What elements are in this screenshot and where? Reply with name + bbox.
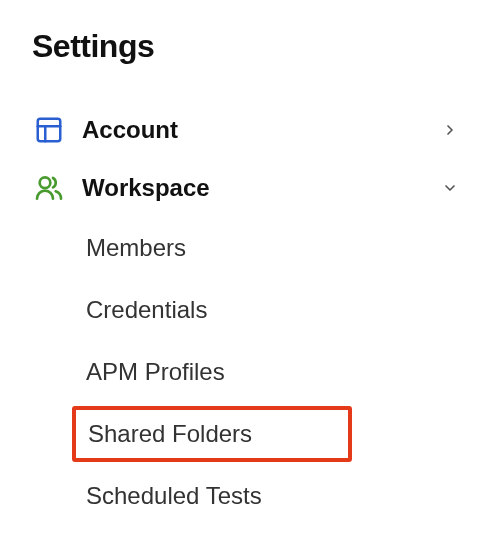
svg-point-3 — [40, 177, 51, 188]
sidebar-item-scheduled-tests[interactable]: Scheduled Tests — [86, 465, 500, 527]
users-icon — [32, 171, 66, 205]
layout-icon — [32, 113, 66, 147]
sidebar-item-label: APM Profiles — [86, 358, 225, 386]
sidebar-item-label: Shared Folders — [88, 420, 252, 447]
svg-rect-0 — [38, 119, 61, 142]
highlight-annotation: Shared Folders — [72, 406, 352, 462]
nav-item-account[interactable]: Account — [32, 101, 500, 159]
page-title: Settings — [32, 28, 500, 65]
chevron-down-icon — [440, 178, 460, 198]
chevron-right-icon — [440, 120, 460, 140]
sidebar-item-label: Members — [86, 234, 186, 262]
nav-item-workspace[interactable]: Workspace — [32, 159, 500, 217]
sidebar-item-shared-folders[interactable]: Shared Folders — [86, 403, 500, 465]
workspace-sublist: Members Credentials APM Profiles Shared … — [32, 217, 500, 527]
sidebar-item-label: Scheduled Tests — [86, 482, 262, 510]
sidebar-item-members[interactable]: Members — [86, 217, 500, 279]
sidebar-item-apm-profiles[interactable]: APM Profiles — [86, 341, 500, 403]
nav-item-label: Account — [82, 116, 440, 144]
sidebar-item-label: Credentials — [86, 296, 207, 324]
nav-item-label: Workspace — [82, 174, 440, 202]
sidebar-item-credentials[interactable]: Credentials — [86, 279, 500, 341]
